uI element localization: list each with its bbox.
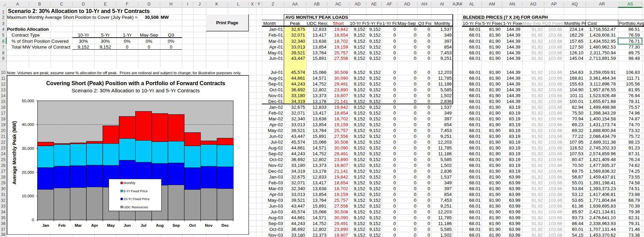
svg-text:Monthly: Monthly: [124, 181, 136, 185]
svg-text:10,000: 10,000: [22, 194, 34, 198]
svg-text:Aug: Aug: [156, 223, 164, 227]
svg-text:Mar: Mar: [75, 223, 82, 227]
svg-text:Nov: Nov: [205, 223, 213, 227]
svg-text:Sep: Sep: [172, 223, 180, 227]
svg-text:UDC Resources: UDC Resources: [124, 205, 148, 209]
svg-text:Covering Short (Peak) Position: Covering Short (Peak) Position with a Po…: [46, 80, 225, 86]
svg-text:Apr: Apr: [91, 223, 98, 227]
svg-text:Jan: Jan: [42, 223, 49, 227]
svg-text:Scenario 2: 30% Allocation to: Scenario 2: 30% Allocation to 10-Yr and …: [72, 88, 200, 93]
svg-text:Feb: Feb: [58, 223, 66, 227]
svg-text:30,000: 30,000: [22, 146, 34, 150]
svg-text:40,000: 40,000: [22, 122, 34, 127]
svg-text:Dec: Dec: [222, 223, 229, 227]
svg-text:5-Yr Fixed Price: 5-Yr Fixed Price: [124, 189, 148, 193]
svg-text:Jul: Jul: [141, 223, 146, 227]
svg-text:May: May: [107, 223, 115, 227]
svg-text:20,000: 20,000: [22, 170, 34, 174]
svg-text:10-Yr Fixed Price: 10-Yr Fixed Price: [124, 197, 150, 201]
svg-text:Jun: Jun: [124, 223, 131, 227]
svg-text:50,000: 50,000: [22, 98, 34, 103]
svg-text:0: 0: [32, 218, 34, 222]
svg-text:Oct: Oct: [189, 223, 196, 227]
svg-text:Average Monthly Peak (MW): Average Monthly Peak (MW): [12, 121, 17, 184]
